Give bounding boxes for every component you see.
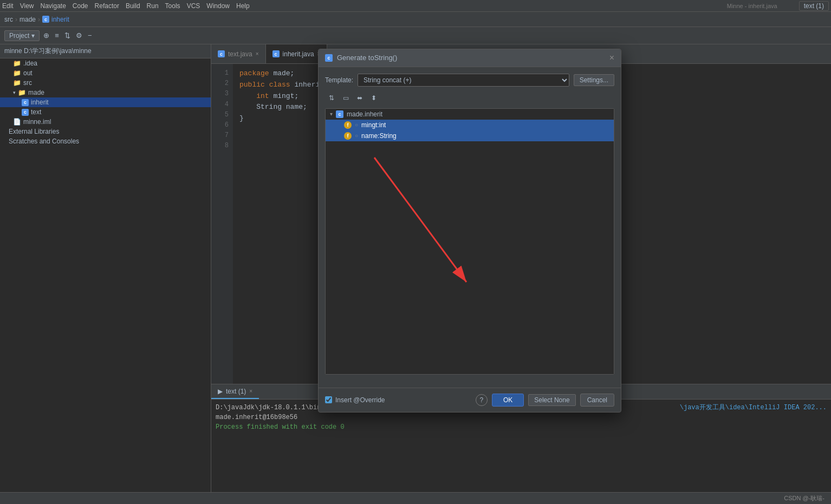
sidebar-item-text[interactable]: c text xyxy=(0,107,211,117)
sidebar: minne D:\学习案例\java\minne 📁 .idea 📁 out 📁… xyxy=(0,44,211,492)
sidebar-item-out[interactable]: 📁 out xyxy=(0,68,211,78)
sidebar-item-idea[interactable]: 📁 .idea xyxy=(0,58,211,68)
field-icon: f xyxy=(344,132,352,140)
help-button[interactable]: ? xyxy=(476,394,488,406)
menu-tools[interactable]: Tools xyxy=(165,2,180,10)
tab-label: text.java xyxy=(228,50,252,58)
tree-parent-label: made.inherit xyxy=(347,110,382,118)
line-numbers: 12345 678 xyxy=(211,64,233,384)
folder-icon: 📁 xyxy=(13,79,21,87)
folder-icon: 📁 xyxy=(18,89,26,96)
menu-bar: Edit View Navigate Code Refactor Build R… xyxy=(0,0,831,12)
sidebar-header: minne D:\学习案例\java\minne xyxy=(0,44,211,58)
sidebar-item-minne-iml[interactable]: 📄 minne.iml xyxy=(0,117,211,127)
sidebar-item-label: src xyxy=(23,79,32,87)
svg-line-1 xyxy=(374,158,466,282)
settings-button[interactable]: Settings... xyxy=(574,74,614,86)
toolbar-left: Project ▾ ⊕ ≡ ⇅ ⚙ − xyxy=(4,30,94,41)
chevron-down-icon: ▾ xyxy=(330,111,333,117)
java-class-icon: c xyxy=(22,99,29,106)
tree-field-name[interactable]: f ○ name:String xyxy=(326,130,614,141)
sidebar-item-label: inherit xyxy=(31,99,49,106)
breadcrumb-made[interactable]: made xyxy=(20,16,36,23)
align-right-icon[interactable]: ⬍ xyxy=(367,92,380,104)
main-toolbar: Project ▾ ⊕ ≡ ⇅ ⚙ − xyxy=(0,27,831,44)
generate-tostring-dialog: c Generate toString() × Template: String… xyxy=(318,49,621,413)
sidebar-item-made[interactable]: ▾ 📁 made xyxy=(0,88,211,97)
tree-parent-row[interactable]: ▾ c made.inherit xyxy=(326,109,614,120)
bottom-line-4: Process finished with exit code 0 xyxy=(216,422,827,432)
status-bar: CSDN @-耿瑞- xyxy=(0,492,831,504)
sidebar-item-label: External Libraries xyxy=(9,128,59,135)
window-title: Minne - inherit.java xyxy=(727,3,777,9)
bottom-tab-run[interactable]: ▶ text (1) × xyxy=(211,384,259,399)
dialog-footer: Insert @Override ? OK Select None Cancel xyxy=(319,388,621,412)
chevron-down-icon: ▾ xyxy=(13,90,16,95)
class-icon: c xyxy=(336,110,343,118)
ok-button[interactable]: OK xyxy=(492,394,524,407)
dialog-title-text: Generate toString() xyxy=(337,54,397,62)
sidebar-item-scratches[interactable]: Scratches and Consoles xyxy=(0,136,211,146)
dialog-close-button[interactable]: × xyxy=(609,54,614,62)
sidebar-item-label: .idea xyxy=(23,60,37,67)
insert-override-label: Insert @Override xyxy=(335,396,385,404)
sidebar-item-external-libraries[interactable]: External Libraries xyxy=(0,127,211,136)
toolbar-icon-collapse[interactable]: ≡ xyxy=(53,30,61,41)
run-config-label: text (1) xyxy=(799,1,829,11)
status-right-text: CSDN @-耿瑞- xyxy=(784,494,824,502)
bottom-tab-close[interactable]: × xyxy=(249,388,252,394)
menu-view[interactable]: View xyxy=(20,2,34,10)
bottom-content: D:\javaJdk\jdk-18.0.1.1\bin\java.exe "-j… xyxy=(211,400,831,492)
menu-run[interactable]: Run xyxy=(147,2,159,10)
sidebar-item-label: Scratches and Consoles xyxy=(9,138,79,145)
toolbar-icon-settings[interactable]: ⚙ xyxy=(74,30,84,41)
tree-field-label: mingt:int xyxy=(361,121,386,129)
breadcrumb-src[interactable]: src xyxy=(4,16,13,23)
menu-navigate[interactable]: Navigate xyxy=(40,2,66,10)
menu-window[interactable]: Window xyxy=(206,2,230,10)
dialog-empty-area xyxy=(326,141,614,374)
dialog-title: c Generate toString() xyxy=(325,54,397,62)
align-left-icon[interactable]: ⬌ xyxy=(353,92,366,104)
insert-override-checkbox-wrap: Insert @Override xyxy=(325,396,385,404)
toolbar-icon-sort[interactable]: ⇅ xyxy=(63,30,72,41)
cancel-button[interactable]: Cancel xyxy=(580,394,614,407)
project-dropdown-arrow: ▾ xyxy=(31,32,35,40)
menu-edit[interactable]: Edit xyxy=(2,2,14,10)
menu-code[interactable]: Code xyxy=(73,2,88,10)
select-none-button[interactable]: Select None xyxy=(528,394,575,406)
sidebar-project-name: minne D:\学习案例\java\minne xyxy=(4,47,92,56)
sidebar-item-src[interactable]: 📁 src xyxy=(0,78,211,88)
menu-help[interactable]: Help xyxy=(236,2,250,10)
bottom-tab-label: text (1) xyxy=(226,388,246,395)
sidebar-item-label: out xyxy=(23,69,33,77)
project-dropdown[interactable]: Project ▾ xyxy=(4,30,40,41)
toolbar-icon-expand[interactable]: ⊕ xyxy=(42,30,51,41)
menu-refactor[interactable]: Refactor xyxy=(95,2,119,10)
tab-close-text[interactable]: × xyxy=(256,51,259,57)
sidebar-item-inherit[interactable]: c inherit xyxy=(0,97,211,107)
tab-label: inherit.java xyxy=(283,50,314,58)
menu-vcs[interactable]: VCS xyxy=(187,2,200,10)
flat-icon[interactable]: ▭ xyxy=(339,92,352,104)
tree-field-label: name:String xyxy=(361,132,397,140)
toolbar-icon-close[interactable]: − xyxy=(86,30,94,41)
sort-icon[interactable]: ⇅ xyxy=(325,92,338,104)
template-row: Template: String concat (+) StringBuilde… xyxy=(325,74,614,87)
field-icon: f xyxy=(344,121,352,129)
template-select[interactable]: String concat (+) StringBuilder StringBu… xyxy=(358,74,569,87)
java-class-icon: c xyxy=(22,109,29,116)
sidebar-item-label: minne.iml xyxy=(23,118,51,126)
bottom-line-2: made.inherit@16b98e56 xyxy=(216,413,827,422)
dialog-title-bar: c Generate toString() × xyxy=(319,49,621,67)
dialog-icon: c xyxy=(325,54,333,62)
sidebar-item-label: text xyxy=(31,108,41,116)
folder-icon: 📁 xyxy=(13,60,21,67)
dialog-icon-row: ⇅ ▭ ⬌ ⬍ xyxy=(325,92,614,104)
project-label: Project xyxy=(9,32,29,40)
red-arrow xyxy=(326,141,614,374)
menu-build[interactable]: Build xyxy=(126,2,140,10)
tab-text-java[interactable]: c text.java × xyxy=(211,44,266,63)
insert-override-checkbox[interactable] xyxy=(325,396,332,403)
tree-field-mingt[interactable]: f ○ mingt:int xyxy=(326,120,614,130)
